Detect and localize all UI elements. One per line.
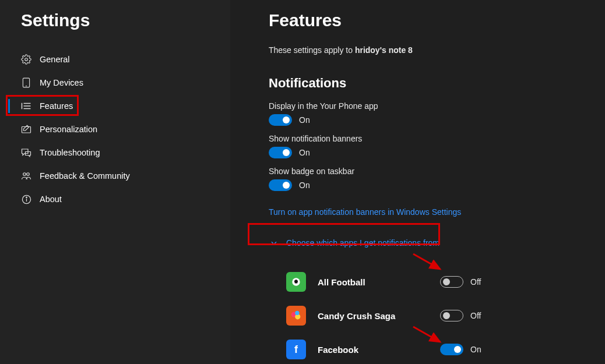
app-name: Facebook (318, 345, 440, 355)
nav-list: General My Devices Features Personalizat… (0, 48, 230, 211)
app-icon-all-football (286, 272, 306, 292)
toggle-facebook[interactable] (440, 344, 463, 355)
device-line: These settings apply to hridoy's note 8 (269, 45, 605, 55)
sidebar-item-label: Troubleshooting (40, 148, 100, 157)
app-row-all-football: All Football Off (269, 265, 566, 299)
toggle-badge[interactable] (269, 179, 292, 191)
toggle-candy-crush[interactable] (440, 310, 463, 321)
chevron-down-icon (270, 239, 278, 247)
svg-point-17 (295, 311, 299, 315)
setting-label: Display in the Your Phone app (269, 101, 605, 111)
toggle-state: On (299, 148, 310, 157)
toggle-state: Off (470, 311, 481, 320)
sidebar-item-label: Features (40, 101, 73, 111)
svg-point-8 (23, 173, 26, 176)
svg-point-0 (25, 58, 28, 61)
main-content: Features These settings apply to hridoy'… (230, 0, 605, 364)
sidebar-item-label: About (40, 195, 62, 204)
chat-icon (21, 147, 31, 158)
device-prefix: These settings apply to (269, 45, 355, 55)
sidebar-item-personalization[interactable]: Personalization (0, 118, 230, 141)
sidebar-item-label: General (40, 55, 70, 64)
sidebar: Settings General My Devices Features Per… (0, 0, 230, 364)
toggle-display-in-app[interactable] (269, 114, 292, 126)
list-icon (21, 101, 31, 111)
sidebar-item-label: Feedback & Community (40, 171, 130, 181)
gear-icon (21, 54, 31, 65)
choose-apps-dropdown[interactable]: Choose which apps I get notifications fr… (269, 235, 441, 251)
setting-badge: Show badge on taskbar On (269, 167, 605, 191)
sidebar-item-features[interactable]: Features (0, 94, 230, 118)
edit-icon (21, 124, 31, 135)
sidebar-item-label: Personalization (40, 125, 97, 134)
sidebar-item-my-devices[interactable]: My Devices (0, 71, 230, 94)
info-icon (21, 194, 31, 204)
sidebar-item-label: My Devices (40, 78, 83, 87)
app-icon-candy-crush (286, 306, 306, 326)
toggle-state: On (299, 115, 310, 125)
sidebar-item-troubleshooting[interactable]: Troubleshooting (0, 141, 230, 164)
people-icon (21, 171, 31, 181)
toggle-state: On (299, 181, 310, 190)
sidebar-item-about[interactable]: About (0, 188, 230, 211)
app-icon-facebook: f (286, 340, 306, 359)
phone-icon (21, 77, 31, 88)
app-row-candy-crush: Candy Crush Saga Off (269, 299, 566, 333)
setting-banners: Show notification banners On (269, 134, 605, 158)
app-row-facebook: f Facebook On (269, 333, 566, 364)
setting-label: Show badge on taskbar (269, 167, 605, 176)
sidebar-item-feedback[interactable]: Feedback & Community (0, 164, 230, 188)
windows-settings-link[interactable]: Turn on app notification banners in Wind… (269, 207, 461, 217)
app-name: All Football (318, 277, 440, 287)
toggle-banners[interactable] (269, 147, 292, 158)
svg-point-12 (26, 197, 26, 197)
toggle-state: Off (470, 277, 481, 287)
toggle-state: On (470, 345, 481, 354)
setting-label: Show notification banners (269, 134, 605, 143)
sidebar-item-general[interactable]: General (0, 48, 230, 71)
device-name: hridoy's note 8 (355, 45, 413, 55)
app-name: Candy Crush Saga (318, 311, 440, 321)
section-title-notifications: Notifications (269, 76, 605, 91)
svg-point-9 (27, 173, 30, 176)
dropdown-label: Choose which apps I get notifications fr… (286, 238, 439, 248)
toggle-all-football[interactable] (440, 276, 463, 288)
setting-display-in-app: Display in the Your Phone app On (269, 101, 605, 126)
page-title: Features (269, 10, 605, 30)
settings-title: Settings (0, 10, 230, 48)
